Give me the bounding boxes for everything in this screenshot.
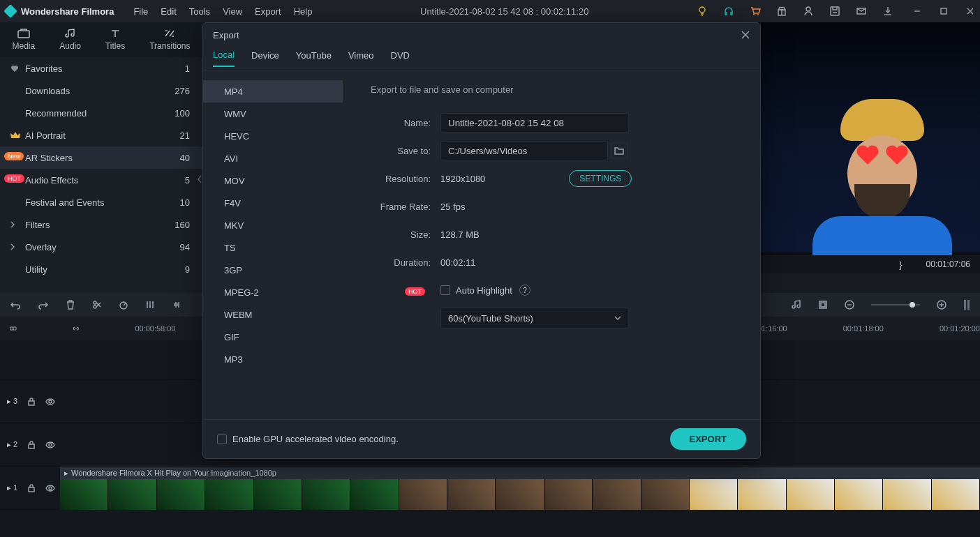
export-tab-vimeo[interactable]: Vimeo xyxy=(348,50,374,66)
gpu-label: Enable GPU accelerated video encoding. xyxy=(232,434,399,444)
format-mp3[interactable]: MP3 xyxy=(203,348,343,370)
download-icon[interactable] xyxy=(882,6,893,17)
lock-icon[interactable] xyxy=(27,398,36,406)
format-mpeg-2[interactable]: MPEG-2 xyxy=(203,281,343,303)
speed-icon[interactable] xyxy=(119,300,128,310)
format-f4v[interactable]: F4V xyxy=(203,192,343,214)
sidebar-item-downloads[interactable]: Downloads276 xyxy=(0,80,202,102)
format-3gp[interactable]: 3GP xyxy=(203,259,343,281)
sidebar-item-utility[interactable]: Utility9 xyxy=(0,258,202,280)
tab-audio[interactable]: Audio xyxy=(59,29,81,51)
headphones-icon[interactable] xyxy=(723,6,734,17)
tab-media[interactable]: Media xyxy=(13,29,36,51)
zoom-slider[interactable] xyxy=(871,304,920,305)
auto-highlight-checkbox[interactable] xyxy=(440,285,450,295)
minimize-icon[interactable] xyxy=(913,7,921,15)
export-path[interactable]: C:/Users/ws/Videos xyxy=(440,141,608,160)
export-tab-dvd[interactable]: DVD xyxy=(391,50,410,66)
split-icon[interactable] xyxy=(92,300,102,310)
sidebar-item-filters[interactable]: Filters160 xyxy=(0,213,202,236)
redo-icon[interactable] xyxy=(38,300,49,310)
format-mp4[interactable]: MP4 xyxy=(203,80,343,103)
delete-icon[interactable] xyxy=(66,300,75,310)
format-ts[interactable]: TS xyxy=(203,236,343,259)
menu-edit[interactable]: Edit xyxy=(161,6,176,17)
close-icon[interactable] xyxy=(966,7,974,15)
chevron-down-icon xyxy=(614,316,621,320)
marker-icon[interactable] xyxy=(818,300,828,310)
eye-icon[interactable] xyxy=(45,441,55,448)
tab-titles[interactable]: Titles xyxy=(105,29,125,51)
svg-point-15 xyxy=(120,302,127,309)
format-webm[interactable]: WEBM xyxy=(203,303,343,326)
cart-icon[interactable] xyxy=(750,6,761,17)
track-head-3[interactable]: ▸ 3 xyxy=(0,380,60,423)
export-tab-youtube[interactable]: YouTube xyxy=(296,50,332,66)
gift-icon[interactable] xyxy=(776,6,787,17)
music-icon[interactable] xyxy=(792,300,801,310)
adjust-icon[interactable] xyxy=(145,300,155,310)
browse-button[interactable] xyxy=(611,142,628,159)
sidebar-item-ai-portrait[interactable]: AI Portrait21 xyxy=(0,124,202,146)
close-icon[interactable] xyxy=(741,30,750,40)
playhead-time: 00:01:07:06 xyxy=(926,259,970,269)
save-icon[interactable] xyxy=(829,6,840,17)
tab-transitions[interactable]: Transitions xyxy=(149,29,190,51)
mark-out-icon[interactable]: } xyxy=(899,259,902,270)
sidebar-item-favorites[interactable]: Favorites1 xyxy=(0,57,202,80)
resolution-value: 1920x1080 xyxy=(440,174,485,184)
format-gif[interactable]: GIF xyxy=(203,326,343,348)
undo-icon[interactable] xyxy=(10,300,21,310)
sidebar-item-ar-stickers[interactable]: NewAR Stickers40 xyxy=(0,146,202,169)
eye-icon[interactable] xyxy=(45,398,55,405)
info-icon[interactable]: ? xyxy=(519,285,530,296)
format-mkv[interactable]: MKV xyxy=(203,214,343,236)
svg-rect-21 xyxy=(967,300,970,310)
svg-point-29 xyxy=(49,487,52,490)
export-button[interactable]: EXPORT xyxy=(670,428,746,450)
collapse-icon[interactable] xyxy=(197,174,202,184)
lock-icon[interactable] xyxy=(27,484,36,492)
mail-icon[interactable] xyxy=(856,6,867,17)
zoom-out-icon[interactable] xyxy=(845,300,854,310)
settings-button[interactable]: SETTINGS xyxy=(569,170,632,187)
menu-view[interactable]: View xyxy=(223,6,242,17)
track-head-1[interactable]: ▸ 1 xyxy=(0,467,60,509)
name-label: Name: xyxy=(371,118,440,128)
clip-title: Wondershare Filmora X Hit Play on Your I… xyxy=(71,469,276,477)
link-icon[interactable] xyxy=(10,324,17,333)
menu-tools[interactable]: Tools xyxy=(189,6,210,17)
format-wmv[interactable]: WMV xyxy=(203,103,343,125)
lightbulb-icon[interactable] xyxy=(697,6,708,17)
audio-wave-icon[interactable] xyxy=(172,300,181,310)
svg-rect-24 xyxy=(29,401,34,405)
svg-point-14 xyxy=(94,305,96,308)
sidebar-item-audio-effects[interactable]: HOTAudio Effects5 xyxy=(0,169,202,191)
sidebar-item-festival-and-events[interactable]: Festival and Events10 xyxy=(0,191,202,213)
export-title: Export xyxy=(213,30,239,40)
menu-export[interactable]: Export xyxy=(255,6,281,17)
format-hevc[interactable]: HEVC xyxy=(203,125,343,147)
fit-icon[interactable] xyxy=(963,299,970,310)
maximize-icon[interactable] xyxy=(940,7,948,15)
export-tab-local[interactable]: Local xyxy=(213,50,235,67)
export-name-input[interactable] xyxy=(440,113,629,133)
menu-file[interactable]: File xyxy=(133,6,148,17)
user-icon[interactable] xyxy=(803,6,814,17)
video-clip[interactable]: ▸Wondershare Filmora X Hit Play on Your … xyxy=(60,467,980,509)
track-head-2[interactable]: ▸ 2 xyxy=(0,423,60,466)
app-logo xyxy=(3,4,17,18)
menu-help[interactable]: Help xyxy=(294,6,313,17)
eye-icon[interactable] xyxy=(45,485,55,492)
shorts-select[interactable]: 60s(YouTube Shorts) xyxy=(440,308,629,328)
export-tab-device[interactable]: Device xyxy=(251,50,279,66)
zoom-in-icon[interactable] xyxy=(937,300,946,310)
document-title: Untitle-2021-08-02 15 42 08 : 00:02:11:2… xyxy=(318,6,691,17)
format-avi[interactable]: AVI xyxy=(203,147,343,169)
sidebar-item-recommended[interactable]: Recommended100 xyxy=(0,102,202,124)
sidebar-item-overlay[interactable]: Overlay94 xyxy=(0,236,202,258)
chain-icon[interactable] xyxy=(73,324,80,333)
lock-icon[interactable] xyxy=(27,441,36,449)
format-mov[interactable]: MOV xyxy=(203,169,343,192)
gpu-checkbox[interactable] xyxy=(217,434,227,444)
